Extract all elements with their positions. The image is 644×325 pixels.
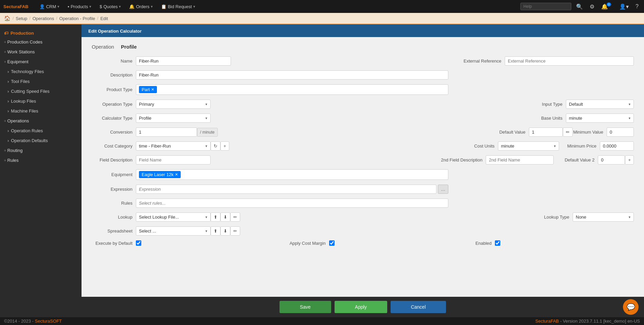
chat-button[interactable]: 💬: [623, 299, 639, 315]
default-value-label: Default Value: [488, 130, 529, 135]
expression-label: Expression: [92, 187, 136, 192]
sidebar-item-operations[interactable]: » Operations: [0, 116, 82, 126]
default-value-input[interactable]: [529, 127, 563, 137]
name-input[interactable]: [136, 56, 231, 66]
crm-icon: 👤: [39, 4, 45, 9]
brand-logo[interactable]: SecturaFAB: [3, 3, 29, 10]
refresh-cost-category-button[interactable]: ↻: [211, 141, 220, 151]
download-lookup-button[interactable]: ⬇: [220, 212, 230, 222]
sidebar-item-production-codes[interactable]: » Production Codes: [0, 37, 82, 47]
breadcrumb-home[interactable]: 🏠: [4, 15, 11, 21]
notifications-button[interactable]: 🔔0: [599, 2, 614, 11]
chevron-right-icon: ›: [7, 89, 9, 94]
chevron-right-icon: ›: [7, 138, 9, 143]
enabled-checkbox[interactable]: [495, 240, 500, 246]
user-menu-button[interactable]: 👤▾: [617, 2, 631, 11]
help-input[interactable]: [520, 3, 571, 10]
apply-cost-margin-checkbox[interactable]: [329, 240, 335, 246]
nav-products[interactable]: ▪ Products ▾: [64, 0, 95, 13]
expression-dots-button[interactable]: …: [438, 185, 448, 194]
operation-type-select[interactable]: Primary: [136, 100, 211, 109]
upload-lookup-button[interactable]: ⬆: [211, 212, 220, 222]
sidebar-item-machine-files[interactable]: › Machine Files: [0, 106, 82, 116]
sidebar-item-lookup-files[interactable]: › Lookup Files: [0, 96, 82, 106]
sidebar-item-rules[interactable]: » Rules: [0, 155, 82, 165]
footer: ©2014 - 2023 - SecturaSOFT SecturaFAB - …: [0, 317, 644, 325]
product-type-remove[interactable]: ✕: [151, 87, 154, 92]
sidebar-item-tool-files[interactable]: › Tool Files: [0, 76, 82, 86]
field-description-input[interactable]: [136, 155, 211, 165]
footer-brand-link[interactable]: SecturaSOFT: [35, 319, 62, 324]
sidebar-item-technology-files[interactable]: › Technology Files: [0, 67, 82, 76]
upload-spreadsheet-button[interactable]: ⬆: [211, 226, 220, 236]
products-icon: ▪: [68, 4, 69, 9]
execute-default-checkbox[interactable]: [136, 240, 141, 246]
minimum-value-label: Minimum Value: [573, 130, 607, 135]
lookup-type-select[interactable]: None: [573, 212, 634, 222]
external-reference-input[interactable]: [505, 56, 634, 66]
input-type-select[interactable]: Default: [566, 100, 634, 109]
edit-lookup-button[interactable]: ✏: [230, 212, 240, 222]
orders-icon: 🔔: [129, 4, 135, 9]
name-row: Name External Reference: [92, 56, 634, 66]
base-units-select[interactable]: minute: [566, 114, 634, 123]
cancel-button[interactable]: Cancel: [391, 301, 446, 313]
breadcrumb-operations[interactable]: Operations: [33, 16, 54, 21]
spreadsheet-select[interactable]: Select ...: [136, 226, 211, 236]
top-navbar: SecturaFAB 👤 CRM ▾ ▪ Products ▾ $ Quotes…: [0, 0, 644, 13]
crm-chevron: ▾: [57, 4, 59, 9]
edit-spreadsheet-button[interactable]: ✏: [230, 226, 240, 236]
breadcrumb-edit[interactable]: Edit: [100, 16, 108, 21]
lookup-row: Lookup Select Lookup File... ⬆ ⬇ ✏ Looku…: [92, 212, 634, 222]
download-spreadsheet-button[interactable]: ⬇: [220, 226, 230, 236]
minimum-price-label: Minimum Price: [559, 143, 600, 149]
nav-bid-request[interactable]: 📋 Bid Request ▾: [157, 0, 199, 13]
sidebar-item-operation-rules[interactable]: › Operation Rules: [0, 126, 82, 136]
2nd-field-description-input[interactable]: [486, 155, 554, 165]
nav-orders[interactable]: 🔔 Orders ▾: [125, 0, 157, 13]
footer-brand-right[interactable]: SecturaFAB: [535, 319, 559, 324]
description-label: Description: [92, 72, 136, 78]
apply-button[interactable]: Apply: [335, 301, 387, 313]
save-button[interactable]: Save: [280, 301, 331, 313]
sidebar-item-operation-defaults[interactable]: › Operation Defaults: [0, 136, 82, 146]
add-default-value-2-button[interactable]: +: [625, 155, 634, 165]
sidebar-item-routing[interactable]: » Routing: [0, 146, 82, 155]
nav-quotes[interactable]: $ Quotes ▾: [95, 0, 125, 13]
cost-units-select[interactable]: minute: [498, 141, 559, 151]
help-button[interactable]: ?: [633, 2, 641, 11]
minimum-price-input[interactable]: [600, 141, 634, 151]
breadcrumb-operation-profile[interactable]: Operation - Profile: [59, 16, 95, 21]
conversion-input[interactable]: [136, 127, 197, 137]
description-input[interactable]: [136, 70, 448, 80]
rules-input[interactable]: [136, 199, 448, 208]
search-button[interactable]: 🔍: [574, 2, 585, 11]
nav-crm[interactable]: 👤 CRM ▾: [35, 0, 64, 13]
breadcrumb-setup[interactable]: Setup: [16, 16, 27, 21]
expression-input[interactable]: [136, 185, 436, 194]
form-title-row: Operation Profile: [92, 44, 634, 50]
sidebar-item-cutting-speed-files[interactable]: › Cutting Speed Files: [0, 86, 82, 96]
sidebar-item-work-stations[interactable]: » Work Stations: [0, 47, 82, 57]
checkboxes-row: Execute by Default Apply Cost Margin Ena…: [92, 240, 634, 246]
default-value-2-input[interactable]: [598, 155, 625, 165]
equipment-label: Equipment: [92, 172, 136, 177]
field-description-row: Field Description 2nd Field Description …: [92, 155, 634, 165]
conversion-unit: / minute: [197, 128, 218, 137]
minimum-value-input[interactable]: [607, 127, 634, 137]
chevron-icon: »: [4, 149, 6, 152]
product-type-row: Product Type Part ✕: [92, 84, 634, 95]
cost-category-row: Cost Category time - Fiber-Run ↻ + Cost …: [92, 141, 634, 151]
calculator-type-select[interactable]: Profile: [136, 114, 211, 123]
cost-category-select[interactable]: time - Fiber-Run: [136, 141, 211, 151]
sidebar-item-equipment[interactable]: » Equipment: [0, 57, 82, 67]
equipment-tag: Eagle Laser 12k ✕: [139, 171, 181, 178]
edit-default-value-button[interactable]: ✏: [563, 127, 573, 137]
equipment-remove[interactable]: ✕: [175, 172, 178, 177]
add-cost-category-button[interactable]: +: [220, 141, 229, 151]
cost-category-label: Cost Category: [92, 143, 136, 149]
lookup-select[interactable]: Select Lookup File...: [136, 212, 211, 222]
calculator-type-row: Calculator Type Profile Base Units minut…: [92, 114, 634, 123]
sidebar-production-header: 🏷 Production: [0, 28, 82, 37]
settings-button[interactable]: ⚙: [588, 2, 596, 11]
